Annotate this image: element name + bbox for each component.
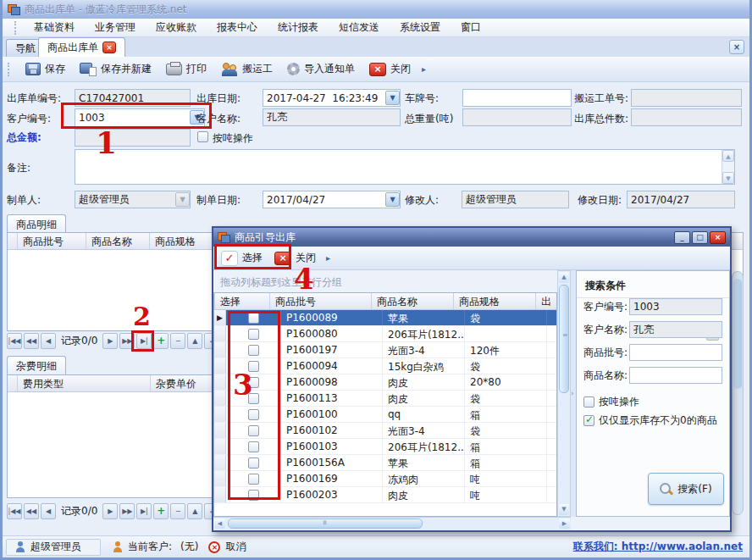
column-header[interactable]: 选择 [215,293,270,309]
menu-item-1[interactable]: 基础资料 [24,19,85,36]
nonzero-stock-checkbox[interactable] [583,415,594,426]
save-and-new-button[interactable]: 保存并新建 [74,59,158,79]
cancel-icon[interactable]: × [208,541,220,553]
out-date-dropdown-icon[interactable]: ▼ [385,91,400,105]
dialog-icon [218,232,229,242]
tabstrip-close-icon[interactable]: × [729,40,744,54]
scrollbar-thumb[interactable] [559,285,569,393]
record-nav-button[interactable]: |◀◀ [7,503,22,519]
record-nav-button[interactable]: + [153,503,169,519]
record-nav-button[interactable]: + [153,333,169,349]
user-icon [15,541,25,552]
customer-no-label: 客户编号: [7,110,51,127]
search-batch-label: 商品批号: [583,344,628,361]
tab-label: 商品出库单 [47,41,98,55]
plate-no-field[interactable] [462,89,572,107]
column-header[interactable]: 费用类型 [18,375,151,391]
print-label: 打印 [186,62,207,76]
annotation-number-2: 2 [133,304,151,330]
menu-item-5[interactable]: 统计报表 [268,19,329,36]
dialog-grid-header: 选择商品批号商品名称商品规格出 [214,293,556,310]
record-nav-button[interactable]: ◀◀ [24,333,39,349]
name-cell: 肉皮 [383,487,465,502]
out-date-field[interactable] [263,89,401,107]
annotation-number-1: 1 [96,127,117,158]
contact-link[interactable]: 联系我们: http://www.aolan.net [573,540,743,554]
title-bar: 商品出库单 - 傲蓝冷库管理系统.net [3,0,749,19]
create-date-combo[interactable] [263,191,401,208]
record-nav-button[interactable]: − [170,503,185,519]
record-nav-button[interactable]: ▲ [187,333,202,349]
remark-textarea[interactable] [75,149,735,185]
modify-date-label: 修改日期: [578,191,622,208]
by-ton-checkbox[interactable] [197,131,208,142]
porter-no-label: 搬运工单号: [574,90,628,107]
scroll-right-icon[interactable]: ▶ [559,518,570,529]
record-nav-button[interactable]: ▲ [187,503,202,519]
dialog-maximize-icon[interactable]: □ [692,231,708,244]
menu-item-4[interactable]: 报表中心 [207,19,268,36]
scroll-left-icon[interactable]: ◀ [214,518,225,529]
record-nav-button[interactable]: ◀ [41,503,56,519]
save-button[interactable]: 保存 [19,59,71,79]
record-nav-button[interactable]: |◀◀ [7,333,22,349]
column-header[interactable]: 出 [536,293,557,309]
tab-outbound-order[interactable]: 商品出库单 × [38,37,125,57]
scroll-down-icon[interactable]: ▼ [559,504,569,515]
column-header[interactable]: 商品批号 [18,233,86,249]
dialog-horizontal-scrollbar[interactable]: ◀ ▶ [213,517,571,530]
column-header[interactable]: 商品名称 [372,293,454,309]
dialog-vertical-scrollbar[interactable]: ▲ ▼ [557,270,571,517]
creator-label: 制单人: [7,191,41,208]
spec-cell: 袋 [465,423,547,438]
cancel-link[interactable]: 取消 [225,540,246,554]
search-button[interactable]: 搜索(F) [648,473,724,505]
toolbar-overflow-icon[interactable]: ▸ [419,64,429,74]
menu-item-3[interactable]: 应收账款 [146,19,207,36]
dialog-columns: 选择商品批号商品名称商品规格出 [215,293,557,309]
scroll-down-icon[interactable]: ▼ [722,172,734,184]
record-nav-button[interactable]: ◀ [41,333,56,349]
batch-cell: P1600197 [281,342,383,358]
magnifier-icon [660,483,672,496]
record-nav-button[interactable]: − [170,333,185,349]
dialog-minimize-icon[interactable]: _ [674,231,690,244]
column-header[interactable]: 商品规格 [454,293,536,309]
menu-item-7[interactable]: 系统设置 [390,19,451,36]
menu-item-8[interactable]: 窗口 [451,19,491,36]
close-button[interactable]: × 关闭 [363,59,417,79]
app-icon [8,4,19,14]
main-vertical-scrollbar[interactable] [732,271,744,515]
column-header[interactable]: 商品名称 [86,233,150,249]
creator-combo[interactable] [75,191,191,208]
dialog-close-icon[interactable]: × [710,231,726,244]
fee-detail-tab[interactable]: 杂费明细 [7,356,66,376]
record-nav-button[interactable]: ▶| [136,503,152,519]
tab-close-icon[interactable]: × [102,42,116,53]
row-indicator [214,391,226,406]
annotation-number-4: 4 [294,264,314,293]
record-nav-button[interactable]: ▶ [102,503,118,519]
search-customer-no-combo[interactable] [629,298,722,315]
scroll-up-icon[interactable]: ▲ [722,150,734,162]
search-name-field[interactable] [629,367,722,384]
search-batch-field[interactable] [629,344,722,361]
menu-item-6[interactable]: 短信发送 [329,19,390,36]
porter-button[interactable]: 搬运工 [215,59,279,79]
search-by-ton-checkbox[interactable] [583,396,594,408]
spec-cell: 箱 [465,439,547,454]
record-nav-button[interactable]: ◀◀ [24,503,39,519]
menu-item-2[interactable]: 业务管理 [85,19,146,36]
record-nav-button[interactable]: ▶ [102,333,118,349]
create-date-dropdown-icon[interactable]: ▼ [385,192,400,207]
print-button[interactable]: 打印 [160,59,213,79]
scroll-up-icon[interactable]: ▲ [559,272,569,283]
dialog-toolbar-overflow-icon[interactable]: ▸ [323,253,333,263]
modifier-label: 修改人: [405,191,439,208]
import-notice-button[interactable]: 导入通知单 [281,59,361,79]
remark-scrollbar[interactable]: ▲ ▼ [722,150,734,184]
column-header[interactable]: 商品批号 [270,293,372,309]
scrollbar-thumb[interactable] [228,518,423,529]
record-nav-button[interactable]: ▶▶ [119,503,135,519]
column-header[interactable]: 商品规格 [150,233,218,249]
